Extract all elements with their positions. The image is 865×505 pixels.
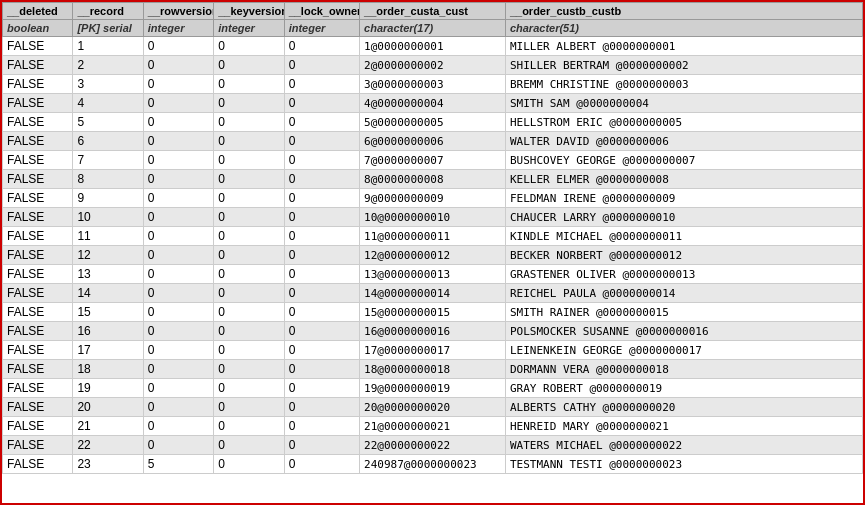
table-row[interactable]: FALSE1100011@0000000011KINDLE MICHAEL @0… (3, 227, 863, 246)
table-row[interactable]: FALSE23500240987@0000000023TESTMANN TEST… (3, 455, 863, 474)
table-row[interactable]: FALSE60006@0000000006WALTER DAVID @00000… (3, 132, 863, 151)
table-cell: 0 (143, 417, 213, 436)
table-cell: 11@0000000011 (360, 227, 506, 246)
table-cell: WALTER DAVID @0000000006 (505, 132, 862, 151)
table-cell: 7@0000000007 (360, 151, 506, 170)
table-cell: FALSE (3, 265, 73, 284)
col-type-custb: character(51) (505, 20, 862, 37)
table-cell: FALSE (3, 398, 73, 417)
col-header-record[interactable]: __record (73, 3, 143, 20)
col-header-custb[interactable]: __order_custb_custb (505, 3, 862, 20)
table-cell: GRAY ROBERT @0000000019 (505, 379, 862, 398)
table-row[interactable]: FALSE1800018@0000000018DORMANN VERA @000… (3, 360, 863, 379)
table-cell: 0 (214, 265, 284, 284)
col-header-deleted[interactable]: __deleted (3, 3, 73, 20)
table-cell: 6@0000000006 (360, 132, 506, 151)
table-cell: 0 (214, 56, 284, 75)
table-cell: KINDLE MICHAEL @0000000011 (505, 227, 862, 246)
table-cell: 9 (73, 189, 143, 208)
table-cell: 0 (143, 379, 213, 398)
table-cell: 0 (143, 170, 213, 189)
table-cell: 0 (143, 436, 213, 455)
table-cell: 0 (143, 75, 213, 94)
table-cell: 0 (284, 303, 359, 322)
table-cell: FALSE (3, 246, 73, 265)
table-cell: 18 (73, 360, 143, 379)
table-cell: 22 (73, 436, 143, 455)
table-cell: 0 (284, 37, 359, 56)
table-cell: FALSE (3, 208, 73, 227)
table-row[interactable]: FALSE90009@0000000009FELDMAN IRENE @0000… (3, 189, 863, 208)
table-cell: 0 (284, 398, 359, 417)
table-cell: TESTMANN TESTI @0000000023 (505, 455, 862, 474)
table-cell: 0 (284, 227, 359, 246)
table-cell: KELLER ELMER @0000000008 (505, 170, 862, 189)
table-row[interactable]: FALSE70007@0000000007BUSHCOVEY GEORGE @0… (3, 151, 863, 170)
table-cell: 0 (143, 265, 213, 284)
table-row[interactable]: FALSE1700017@0000000017LEINENKEIN GEORGE… (3, 341, 863, 360)
table-cell: 0 (143, 208, 213, 227)
table-cell: 19@0000000019 (360, 379, 506, 398)
table-cell: FALSE (3, 322, 73, 341)
table-row[interactable]: FALSE2100021@0000000021HENREID MARY @000… (3, 417, 863, 436)
table-row[interactable]: FALSE1600016@0000000016POLSMOCKER SUSANN… (3, 322, 863, 341)
col-header-rowver[interactable]: __rowversion (143, 3, 213, 20)
table-cell: 20 (73, 398, 143, 417)
table-cell: FELDMAN IRENE @0000000009 (505, 189, 862, 208)
table-cell: 0 (143, 56, 213, 75)
table-row[interactable]: FALSE1900019@0000000019GRAY ROBERT @0000… (3, 379, 863, 398)
table-cell: FALSE (3, 151, 73, 170)
table-row[interactable]: FALSE2000020@0000000020ALBERTS CATHY @00… (3, 398, 863, 417)
table-row[interactable]: FALSE1200012@0000000012BECKER NORBERT @0… (3, 246, 863, 265)
table-cell: 0 (143, 94, 213, 113)
table-cell: 22@0000000022 (360, 436, 506, 455)
table-row[interactable]: FALSE40004@0000000004SMITH SAM @00000000… (3, 94, 863, 113)
table-cell: 0 (143, 303, 213, 322)
table-cell: 0 (284, 189, 359, 208)
table-cell: 0 (214, 189, 284, 208)
table-cell: 21 (73, 417, 143, 436)
table-row[interactable]: FALSE2200022@0000000022WATERS MICHAEL @0… (3, 436, 863, 455)
table-cell: 18@0000000018 (360, 360, 506, 379)
table-cell: 0 (284, 265, 359, 284)
table-row[interactable]: FALSE1300013@0000000013GRASTENER OLIVER … (3, 265, 863, 284)
table-cell: 15@0000000015 (360, 303, 506, 322)
col-header-keyver[interactable]: __keyversion (214, 3, 284, 20)
table-cell: 3@0000000003 (360, 75, 506, 94)
col-header-custa[interactable]: __order_custa_cust (360, 3, 506, 20)
table-cell: 0 (214, 417, 284, 436)
table-cell: 0 (214, 227, 284, 246)
table-cell: FALSE (3, 227, 73, 246)
table-cell: 0 (143, 360, 213, 379)
table-cell: FALSE (3, 56, 73, 75)
data-table-container[interactable]: __deleted __record __rowversion __keyver… (0, 0, 865, 505)
table-row[interactable]: FALSE20002@0000000002SHILLER BERTRAM @00… (3, 56, 863, 75)
col-type-keyver: integer (214, 20, 284, 37)
col-type-deleted: boolean (3, 20, 73, 37)
table-cell: 0 (214, 75, 284, 94)
table-cell: BUSHCOVEY GEORGE @0000000007 (505, 151, 862, 170)
table-cell: 2@0000000002 (360, 56, 506, 75)
table-cell: 0 (214, 303, 284, 322)
table-row[interactable]: FALSE30003@0000000003BREMM CHRISTINE @00… (3, 75, 863, 94)
table-cell: 23 (73, 455, 143, 474)
table-row[interactable]: FALSE80008@0000000008KELLER ELMER @00000… (3, 170, 863, 189)
table-row[interactable]: FALSE1000010@0000000010CHAUCER LARRY @00… (3, 208, 863, 227)
table-cell: 1 (73, 37, 143, 56)
table-cell: 5 (143, 455, 213, 474)
table-cell: WATERS MICHAEL @0000000022 (505, 436, 862, 455)
table-cell: 0 (284, 417, 359, 436)
col-type-rowver: integer (143, 20, 213, 37)
table-cell: FALSE (3, 360, 73, 379)
table-cell: 16 (73, 322, 143, 341)
table-row[interactable]: FALSE10001@0000000001MILLER ALBERT @0000… (3, 37, 863, 56)
table-cell: 0 (143, 284, 213, 303)
table-row[interactable]: FALSE1400014@0000000014REICHEL PAULA @00… (3, 284, 863, 303)
table-cell: 0 (214, 284, 284, 303)
table-cell: FALSE (3, 132, 73, 151)
table-cell: 4@0000000004 (360, 94, 506, 113)
table-row[interactable]: FALSE50005@0000000005HELLSTROM ERIC @000… (3, 113, 863, 132)
table-row[interactable]: FALSE1500015@0000000015SMITH RAINER @000… (3, 303, 863, 322)
col-header-lockown[interactable]: __lock_owner (284, 3, 359, 20)
col-type-lockown: integer (284, 20, 359, 37)
